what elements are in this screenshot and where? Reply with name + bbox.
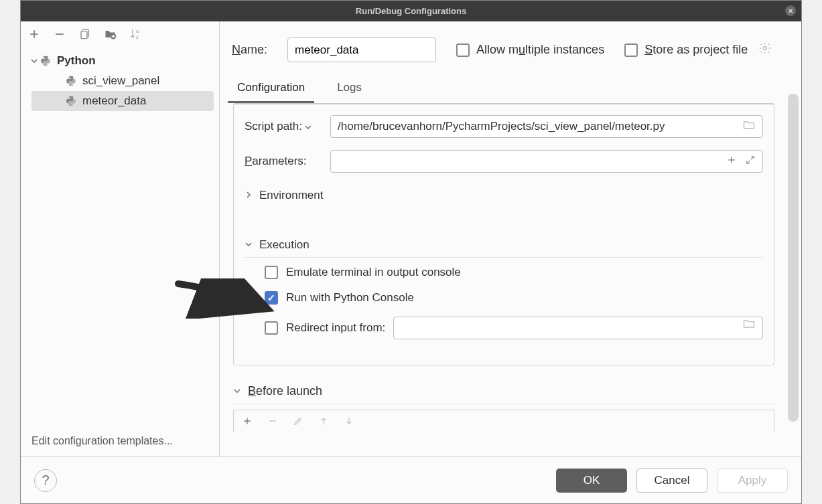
redirect-input-label: Redirect input from:: [286, 321, 385, 335]
python-icon: [65, 75, 77, 87]
before-launch-label: Before launch: [248, 384, 322, 398]
tree-toolbar: az: [21, 21, 219, 47]
tree-item-meteor-data[interactable]: meteor_data: [31, 91, 214, 111]
left-panel: az Python sci_view_panel: [21, 21, 220, 456]
parameters-label: Parameters:: [245, 155, 330, 168]
svg-point-8: [72, 84, 73, 85]
svg-text:z: z: [136, 34, 139, 40]
up-arrow-icon[interactable]: [317, 414, 330, 428]
script-path-label: Script path:: [245, 120, 330, 133]
tabbar: Configuration Logs: [220, 74, 801, 103]
main-area: az Python sci_view_panel: [21, 21, 801, 456]
execution-label: Execution: [259, 238, 310, 252]
tree-root-label: Python: [57, 54, 96, 68]
before-launch-toolbar: [233, 410, 774, 432]
svg-point-11: [764, 47, 767, 50]
svg-rect-1: [81, 31, 87, 39]
store-project-label: Store as project file: [644, 43, 748, 57]
chevron-down-icon: [245, 238, 253, 252]
checkbox-allow-multiple[interactable]: [456, 44, 470, 57]
emulate-terminal-row[interactable]: Emulate terminal in output console: [265, 266, 763, 279]
execution-section[interactable]: Execution: [245, 234, 763, 258]
folder-icon[interactable]: [742, 118, 756, 135]
chevron-right-icon: [245, 189, 253, 202]
config-tree: Python sci_view_panel meteor_data: [21, 47, 219, 426]
plus-icon[interactable]: [241, 414, 254, 428]
cancel-button[interactable]: Cancel: [636, 469, 707, 493]
execution-options: Emulate terminal in output console Run w…: [245, 266, 763, 339]
environment-label: Environment: [259, 189, 323, 202]
close-icon[interactable]: ✕: [785, 5, 796, 16]
svg-point-10: [72, 104, 73, 105]
scrollbar[interactable]: [788, 94, 799, 422]
script-path-value: /home/brucevanhorn/PycharmProjects/sci_v…: [338, 120, 665, 133]
parameters-input[interactable]: [330, 150, 763, 173]
run-python-console-row[interactable]: Run with Python Console: [265, 291, 763, 305]
tree-item-sci-view-panel[interactable]: sci_view_panel: [21, 71, 219, 91]
name-label: Name:: [232, 43, 267, 57]
store-project-row[interactable]: Store as project file: [624, 41, 772, 58]
before-launch-header[interactable]: Before launch: [233, 380, 774, 404]
run-python-console-label: Run with Python Console: [286, 291, 414, 305]
add-config-icon[interactable]: [26, 26, 42, 42]
python-icon: [40, 55, 52, 67]
checkbox-run-python-console[interactable]: [265, 291, 278, 305]
svg-point-6: [47, 64, 48, 65]
redirect-input-field[interactable]: [393, 317, 763, 339]
tab-configuration[interactable]: Configuration: [228, 74, 314, 103]
tree-item-label: meteor_data: [82, 94, 146, 108]
chevron-down-icon: [233, 384, 241, 398]
environment-section[interactable]: Environment: [245, 185, 763, 207]
parameters-row: Parameters:: [245, 150, 763, 173]
svg-point-9: [69, 97, 70, 98]
footer: ? OK Cancel Apply: [21, 456, 801, 503]
checkbox-emulate-terminal[interactable]: [265, 266, 278, 279]
name-input[interactable]: [287, 37, 436, 62]
plus-icon[interactable]: [726, 155, 737, 169]
allow-multiple-row[interactable]: Allow multiple instances: [456, 43, 604, 57]
emulate-terminal-label: Emulate terminal in output console: [286, 266, 461, 279]
chevron-down-icon[interactable]: [29, 57, 40, 65]
right-panel: Name: Allow multiple instances Store as …: [220, 21, 801, 456]
down-arrow-icon[interactable]: [342, 414, 356, 428]
allow-multiple-label: Allow multiple instances: [476, 43, 604, 57]
svg-point-5: [44, 57, 44, 58]
before-launch-section: Before launch: [233, 380, 774, 432]
titlebar: Run/Debug Configurations ✕: [21, 1, 801, 21]
folder-icon[interactable]: [742, 317, 756, 334]
top-fields: Name: Allow multiple instances Store as …: [220, 21, 801, 68]
window-title: Run/Debug Configurations: [356, 6, 466, 16]
apply-button: Apply: [717, 469, 788, 493]
redirect-input-row: Redirect input from:: [265, 317, 763, 339]
edit-templates-link[interactable]: Edit configuration templates...: [21, 426, 219, 456]
run-debug-config-window: Run/Debug Configurations ✕ az: [20, 0, 802, 504]
tree-item-label: sci_view_panel: [82, 74, 159, 88]
gear-icon[interactable]: [758, 41, 772, 58]
checkbox-redirect-input[interactable]: [265, 321, 278, 335]
sort-az-icon[interactable]: az: [128, 26, 144, 42]
remove-config-icon[interactable]: [52, 26, 68, 42]
tab-logs[interactable]: Logs: [328, 74, 371, 103]
python-icon: [65, 95, 77, 107]
save-template-icon[interactable]: [102, 26, 119, 42]
script-path-row: Script path: /home/brucevanhorn/PycharmP…: [245, 115, 763, 138]
expand-icon[interactable]: [745, 155, 756, 169]
svg-point-7: [69, 77, 70, 78]
config-body: Script path: /home/brucevanhorn/PycharmP…: [233, 103, 774, 365]
tree-root-python[interactable]: Python: [21, 51, 219, 71]
copy-config-icon[interactable]: [77, 26, 93, 42]
edit-icon[interactable]: [291, 414, 305, 428]
ok-button[interactable]: OK: [556, 469, 627, 493]
script-path-input[interactable]: /home/brucevanhorn/PycharmProjects/sci_v…: [330, 115, 763, 138]
help-button[interactable]: ?: [34, 469, 57, 492]
minus-icon[interactable]: [266, 414, 279, 428]
checkbox-store-project[interactable]: [624, 44, 638, 57]
